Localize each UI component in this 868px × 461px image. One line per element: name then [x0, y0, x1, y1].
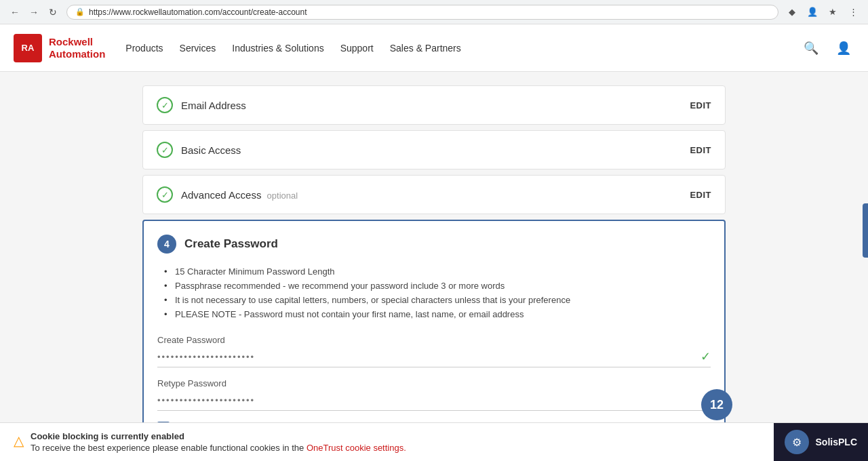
email-address-section-left: ✓ Email Address	[157, 97, 246, 113]
step-number: 4	[157, 235, 176, 254]
extensions-button[interactable]: ◆	[784, 4, 800, 20]
create-password-section: 4 Create Password 15 Character Minimum P…	[142, 220, 726, 449]
search-button[interactable]: 🔍	[800, 37, 822, 59]
solisplc-badge[interactable]: ⚙ SolisPLC	[774, 423, 868, 461]
browser-actions: ◆ 👤 ★ ⋮	[784, 4, 861, 20]
password-requirements: 15 Character Minimum Password Length Pas…	[157, 264, 711, 321]
browser-nav-buttons: ← → ↻	[7, 4, 61, 20]
star-button[interactable]: ★	[825, 4, 841, 20]
basic-access-edit-link[interactable]: EDIT	[690, 145, 711, 155]
email-check-icon: ✓	[157, 97, 173, 113]
create-password-field: Create Password ✓	[157, 335, 711, 367]
retype-password-input[interactable]	[157, 395, 701, 405]
create-password-heading: Create Password	[184, 237, 278, 251]
browser-chrome: ← → ↻ 🔒 https://www.rockwellautomation.c…	[0, 0, 868, 24]
create-password-label: Create Password	[157, 335, 711, 345]
cookie-banner: △ Cookie blocking is currently enabled T…	[0, 422, 868, 461]
number-badge: 12	[701, 389, 732, 420]
email-address-title: Email Address	[181, 100, 246, 111]
cookie-settings-link[interactable]: OneTrust cookie settings.	[307, 443, 406, 453]
nav-sales[interactable]: Sales & Partners	[390, 40, 461, 56]
nav-services[interactable]: Services	[180, 40, 216, 56]
profile-button[interactable]: 👤	[804, 4, 821, 20]
create-password-input[interactable]	[157, 352, 701, 362]
advanced-access-edit-link[interactable]: EDIT	[690, 190, 711, 200]
lock-icon: 🔒	[75, 7, 85, 16]
logo-text: Rockwell Automation	[49, 36, 105, 60]
refresh-button[interactable]: ↻	[45, 4, 61, 20]
header-icons: 🔍 👤	[800, 37, 854, 59]
solisplc-icon: ⚙	[785, 430, 809, 454]
requirement-1: 15 Character Minimum Password Length	[164, 264, 711, 279]
basic-access-title: Basic Access	[181, 144, 241, 156]
create-password-header: 4 Create Password	[157, 235, 711, 254]
advanced-access-optional: optional	[267, 191, 298, 201]
requirement-4: PLEASE NOTE - Password must not contain …	[164, 307, 711, 321]
advanced-access-check-icon: ✓	[157, 186, 173, 203]
advanced-access-title: Advanced Access optional	[181, 189, 298, 201]
back-button[interactable]: ←	[7, 4, 23, 20]
create-password-check-icon: ✓	[701, 349, 711, 364]
email-address-section: ✓ Email Address EDIT	[142, 85, 726, 125]
logo-icon: RA	[14, 34, 42, 62]
solisplc-text: SolisPLC	[816, 437, 857, 447]
nav-industries[interactable]: Industries & Solutions	[232, 40, 323, 56]
basic-access-check-icon: ✓	[157, 142, 173, 158]
site-header: RA Rockwell Automation Products Services…	[0, 24, 868, 72]
retype-password-label: Retype Password	[157, 378, 711, 388]
advanced-access-section: ✓ Advanced Access optional EDIT	[142, 175, 726, 214]
basic-access-section: ✓ Basic Access EDIT	[142, 130, 726, 169]
nav-products[interactable]: Products	[125, 40, 163, 56]
address-bar[interactable]: 🔒 https://www.rockwellautomation.com/acc…	[66, 5, 778, 20]
requirement-3: It is not necessary to use capital lette…	[164, 293, 711, 307]
cookie-text: Cookie blocking is currently enabled To …	[31, 431, 406, 453]
basic-access-section-left: ✓ Basic Access	[157, 142, 241, 158]
advanced-access-section-left: ✓ Advanced Access optional	[157, 186, 298, 203]
user-account-button[interactable]: 👤	[833, 37, 854, 59]
main-nav: Products Services Industries & Solutions…	[125, 40, 780, 56]
sidebar-scroll-hint	[863, 203, 868, 258]
forward-button[interactable]: →	[26, 4, 42, 20]
nav-support[interactable]: Support	[340, 40, 374, 56]
page-content: ✓ Email Address EDIT ✓ Basic Access EDIT…	[129, 72, 739, 461]
retype-password-input-wrapper: ✓	[157, 393, 711, 411]
retype-password-field: Retype Password ✓	[157, 378, 711, 411]
cookie-warning-icon: △	[14, 433, 24, 449]
create-password-input-wrapper: ✓	[157, 349, 711, 367]
requirement-2: Passphrase recommended - we recommend yo…	[164, 279, 711, 293]
cookie-title: Cookie blocking is currently enabled	[31, 431, 406, 441]
url-text: https://www.rockwellautomation.com/accou…	[89, 7, 770, 17]
logo-area: RA Rockwell Automation	[14, 34, 105, 62]
email-address-edit-link[interactable]: EDIT	[690, 100, 711, 111]
menu-button[interactable]: ⋮	[845, 4, 861, 20]
